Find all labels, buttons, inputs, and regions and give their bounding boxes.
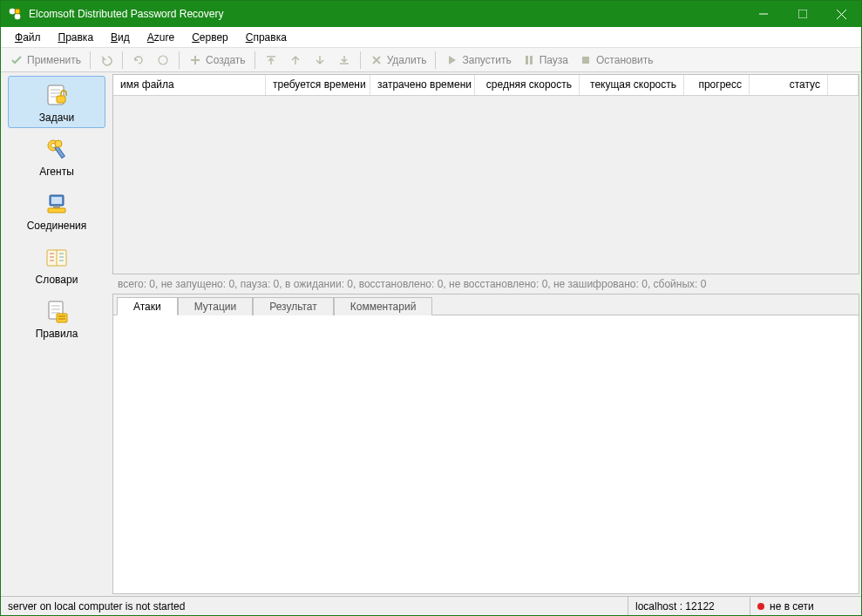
status-connection: не в сети — [750, 597, 861, 615]
x-icon — [370, 53, 383, 67]
rules-icon — [43, 298, 71, 326]
move-up-button[interactable] — [283, 51, 308, 69]
tab-attacks[interactable]: Атаки — [117, 297, 178, 315]
col-progress[interactable]: прогресс — [684, 75, 750, 95]
table-header: имя файла требуется времени затрачено вр… — [113, 75, 859, 96]
stop-icon — [579, 53, 593, 67]
sidebar-label-rules: Правила — [36, 328, 78, 340]
col-spent-time[interactable]: затрачено времени — [370, 75, 475, 95]
check-icon — [10, 53, 24, 67]
sidebar-item-tasks[interactable]: Задачи — [8, 76, 105, 128]
offline-icon — [757, 603, 764, 610]
task-table: имя файла требуется времени затрачено вр… — [112, 74, 859, 274]
arrow-up-icon — [288, 53, 302, 67]
reload-all-button[interactable] — [151, 51, 175, 69]
svg-rect-20 — [57, 96, 65, 103]
svg-point-24 — [55, 140, 62, 147]
menu-edit[interactable]: Правка — [50, 29, 103, 46]
svg-rect-14 — [530, 56, 533, 64]
status-connection-text: не в сети — [770, 600, 814, 613]
reload-button[interactable] — [126, 51, 151, 69]
delete-button[interactable]: Удалить — [364, 51, 432, 69]
move-bottom-icon — [337, 53, 351, 67]
tab-mutations[interactable]: Мутации — [178, 297, 253, 315]
agents-icon — [43, 136, 71, 164]
sidebar-label-tasks: Задачи — [39, 112, 74, 124]
svg-point-2 — [15, 9, 20, 14]
col-spacer — [828, 75, 859, 95]
sidebar-label-dictionaries: Словари — [36, 274, 78, 286]
dictionaries-icon — [43, 244, 71, 272]
maximize-button[interactable] — [783, 1, 822, 27]
start-label: Запустить — [462, 54, 511, 66]
move-down-button[interactable] — [308, 51, 332, 69]
pause-button[interactable]: Пауза — [517, 51, 574, 69]
separator — [360, 51, 361, 69]
svg-rect-15 — [582, 57, 589, 64]
tab-result[interactable]: Результат — [253, 297, 334, 315]
menu-view[interactable]: Вид — [102, 29, 139, 46]
status-server-text: server on local computer is not started — [8, 600, 185, 613]
separator — [90, 51, 91, 69]
col-avg-speed[interactable]: средняя скорость — [475, 75, 580, 95]
window-title: Elcomsoft Distributed Password Recovery — [29, 8, 743, 20]
menu-azure[interactable]: Azure — [139, 29, 183, 46]
main-area: Задачи Агенты Со — [1, 72, 861, 596]
apply-button[interactable]: Применить — [4, 51, 86, 69]
separator — [255, 51, 255, 69]
svg-rect-23 — [55, 146, 64, 159]
col-cur-speed[interactable]: текущая скорость — [580, 75, 684, 95]
create-button[interactable]: Создать — [183, 51, 251, 69]
titlebar: Elcomsoft Distributed Password Recovery — [1, 1, 861, 27]
stop-button[interactable]: Остановить — [574, 51, 659, 69]
start-button[interactable]: Запустить — [439, 51, 516, 69]
delete-label: Удалить — [387, 54, 427, 66]
undo-icon — [99, 53, 113, 67]
menu-server[interactable]: Сервер — [183, 29, 237, 46]
sidebar-item-agents[interactable]: Агенты — [8, 130, 105, 182]
svg-rect-4 — [798, 10, 807, 18]
summary-line: всего: 0, не запущено: 0, пауза: 0, в ож… — [112, 274, 859, 294]
tabs: Атаки Мутации Результат Комментарий — [113, 294, 859, 315]
menu-help[interactable]: Справка — [237, 29, 295, 46]
reload-icon — [132, 53, 146, 67]
play-icon — [445, 53, 458, 67]
svg-rect-13 — [526, 56, 528, 64]
toolbar: Применить Создать — [1, 48, 861, 72]
connections-icon — [43, 190, 71, 218]
move-top-icon — [264, 53, 278, 67]
sidebar-item-connections[interactable]: Соединения — [8, 184, 105, 236]
tasks-icon — [43, 82, 71, 110]
sidebar-item-rules[interactable]: Правила — [8, 292, 105, 344]
minimize-button[interactable] — [743, 1, 783, 27]
create-label: Создать — [206, 54, 246, 66]
table-body[interactable] — [113, 96, 859, 274]
tab-content — [113, 315, 859, 593]
details-panel: Атаки Мутации Результат Комментарий — [112, 294, 859, 594]
svg-rect-28 — [48, 208, 65, 213]
plus-icon — [188, 53, 202, 67]
separator — [179, 51, 180, 69]
statusbar: server on local computer is not started … — [1, 596, 861, 615]
undo-button[interactable] — [94, 51, 119, 69]
app-icon — [8, 7, 22, 21]
arrow-down-icon — [313, 53, 327, 67]
close-button[interactable] — [822, 1, 861, 27]
separator — [435, 51, 436, 69]
sidebar-label-agents: Агенты — [39, 166, 74, 178]
tab-comment[interactable]: Комментарий — [334, 297, 433, 315]
svg-rect-26 — [51, 197, 62, 204]
content-area: имя файла требуется времени затрачено вр… — [112, 72, 861, 596]
menu-file[interactable]: Файл — [6, 29, 50, 46]
move-bottom-button[interactable] — [332, 51, 356, 69]
col-required-time[interactable]: требуется времени — [266, 75, 370, 95]
status-host: localhost : 12122 — [628, 597, 750, 615]
separator — [122, 51, 123, 69]
pause-icon — [522, 53, 536, 67]
status-server: server on local computer is not started — [1, 597, 628, 615]
sidebar-item-dictionaries[interactable]: Словари — [8, 238, 105, 290]
sidebar-label-connections: Соединения — [27, 220, 87, 232]
col-status[interactable]: статус — [750, 75, 828, 95]
col-filename[interactable]: имя файла — [113, 75, 266, 95]
move-top-button[interactable] — [259, 51, 283, 69]
